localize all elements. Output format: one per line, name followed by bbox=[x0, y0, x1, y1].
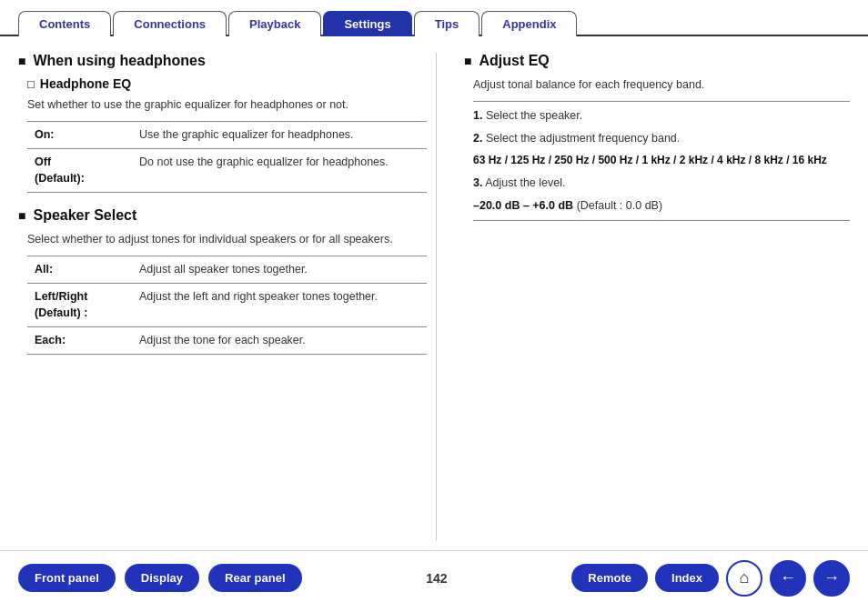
section-speaker-select-title: Speaker Select bbox=[18, 207, 418, 224]
eq-step-3: 3. Adjust the level. bbox=[473, 175, 850, 192]
tab-playback[interactable]: Playback bbox=[228, 11, 321, 36]
eq-divider-top bbox=[473, 101, 850, 102]
step-1-num: 1. bbox=[473, 109, 482, 122]
arrow-right-icon: → bbox=[823, 568, 840, 587]
eq-divider-bottom bbox=[473, 220, 850, 221]
eq-steps: 1. Select the speaker. 2. Select the adj… bbox=[473, 107, 850, 215]
arrow-left-icon: ← bbox=[780, 568, 796, 587]
index-button[interactable]: Index bbox=[655, 564, 719, 592]
right-column: Adjust EQ Adjust tonal balance for each … bbox=[455, 53, 850, 541]
term-each: Each: bbox=[27, 327, 132, 355]
back-button[interactable]: ← bbox=[770, 560, 806, 597]
left-column: When using headphones Headphone EQ Set w… bbox=[18, 53, 437, 541]
home-button[interactable]: ⌂ bbox=[726, 560, 762, 597]
forward-button[interactable]: → bbox=[813, 560, 850, 597]
term-leftright: Left/Right(Default) : bbox=[27, 283, 132, 327]
def-all: Adjust all speaker tones together. bbox=[132, 256, 427, 283]
headphone-eq-table: On: Use the graphic equalizer for headph… bbox=[27, 121, 427, 193]
eq-level-range: –20.0 dB – +6.0 dB (Default : 0.0 dB) bbox=[473, 197, 850, 215]
footer-nav-buttons: Front panel Display Rear panel bbox=[18, 564, 302, 592]
footer: Front panel Display Rear panel 142 Remot… bbox=[0, 550, 868, 605]
step-1-text: Select the speaker. bbox=[486, 109, 582, 122]
speaker-select-description: Select whether to adjust tones for indiv… bbox=[27, 231, 418, 248]
footer-right-buttons: Remote Index ⌂ ← → bbox=[571, 560, 850, 597]
page-number: 142 bbox=[426, 571, 447, 586]
def-on: Use the graphic equalizer for headphones… bbox=[132, 121, 427, 148]
section-headphones-title: When using headphones bbox=[18, 53, 418, 69]
eq-freq-range: 63 Hz / 125 Hz / 250 Hz / 500 Hz / 1 kHz… bbox=[473, 152, 850, 169]
table-row: All: Adjust all speaker tones together. bbox=[27, 256, 427, 283]
headphone-eq-description: Set whether to use the graphic equalizer… bbox=[27, 96, 418, 114]
table-row: Each: Adjust the tone for each speaker. bbox=[27, 327, 427, 355]
tab-contents[interactable]: Contents bbox=[18, 11, 111, 36]
step-2-num: 2. bbox=[473, 132, 482, 145]
front-panel-button[interactable]: Front panel bbox=[18, 564, 116, 592]
step-2-text: Select the adjustment frequency band. bbox=[486, 132, 680, 145]
display-button[interactable]: Display bbox=[125, 564, 199, 592]
remote-button[interactable]: Remote bbox=[571, 564, 648, 592]
speaker-select-table: All: Adjust all speaker tones together. … bbox=[27, 256, 427, 355]
navigation-tabs: Contents Connections Playback Settings T… bbox=[0, 0, 868, 36]
eq-step-1: 1. Select the speaker. bbox=[473, 107, 850, 125]
rear-panel-button[interactable]: Rear panel bbox=[208, 564, 301, 592]
tab-connections[interactable]: Connections bbox=[113, 11, 227, 36]
eq-step-2: 2. Select the adjustment frequency band. bbox=[473, 130, 850, 147]
level-range-default: (Default : 0.0 dB) bbox=[577, 199, 663, 212]
def-off: Do not use the graphic equalizer for hea… bbox=[132, 148, 427, 193]
level-range-text: –20.0 dB – +6.0 dB bbox=[473, 199, 573, 212]
freq-range-text: 63 Hz / 125 Hz / 250 Hz / 500 Hz / 1 kHz… bbox=[473, 154, 827, 166]
term-off: Off(Default): bbox=[27, 148, 132, 193]
home-icon: ⌂ bbox=[740, 568, 750, 587]
tab-appendix[interactable]: Appendix bbox=[481, 11, 577, 36]
step-3-num: 3. bbox=[473, 176, 482, 189]
tab-tips[interactable]: Tips bbox=[414, 11, 480, 36]
subsection-headphone-eq-title: Headphone EQ bbox=[27, 76, 418, 91]
step-3-text: Adjust the level. bbox=[485, 176, 565, 189]
table-row: On: Use the graphic equalizer for headph… bbox=[27, 121, 427, 148]
term-on: On: bbox=[27, 121, 132, 148]
main-content: When using headphones Headphone EQ Set w… bbox=[0, 36, 868, 550]
table-row: Left/Right(Default) : Adjust the left an… bbox=[27, 283, 427, 327]
tab-settings[interactable]: Settings bbox=[323, 11, 411, 36]
section-adjust-eq-title: Adjust EQ bbox=[464, 53, 850, 69]
term-all: All: bbox=[27, 256, 132, 283]
def-leftright: Adjust the left and right speaker tones … bbox=[132, 283, 427, 327]
adjust-eq-description: Adjust tonal balance for each frequency … bbox=[473, 76, 850, 94]
table-row: Off(Default): Do not use the graphic equ… bbox=[27, 148, 427, 193]
def-each: Adjust the tone for each speaker. bbox=[132, 327, 427, 355]
